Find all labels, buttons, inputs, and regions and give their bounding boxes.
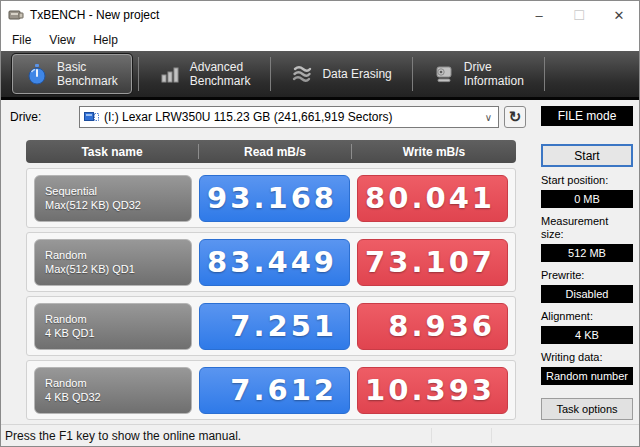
header-task-name: Task name <box>26 145 198 159</box>
table-header-row: Task name Read mB/s Write mB/s <box>26 140 516 163</box>
header-write-mbs: Write mB/s <box>352 145 516 159</box>
task-name-cell: Random 4 KB QD1 <box>34 303 192 350</box>
close-button[interactable]: ✕ <box>599 1 639 29</box>
measurement-size-value[interactable]: 512 MB <box>541 244 633 262</box>
title-bar: TxBENCH - New project – ☐ ✕ <box>1 1 639 29</box>
tab-label: Basic Benchmark <box>57 60 118 89</box>
read-value-cell: 93.168 <box>199 175 350 222</box>
read-value-cell: 7.251 <box>199 303 350 350</box>
table-row: Random Max(512 KB) QD1 83.449 73.107 <box>26 232 516 292</box>
writing-data-value[interactable]: Random number <box>541 367 633 385</box>
status-bar: Press the F1 key to show the online manu… <box>1 424 639 446</box>
chevron-down-icon: ∨ <box>485 112 492 123</box>
read-value-cell: 83.449 <box>199 239 350 286</box>
stopwatch-icon <box>26 63 48 85</box>
window-title: TxBENCH - New project <box>30 8 159 22</box>
table-row: Random 4 KB QD1 7.251 8.936 <box>26 296 516 356</box>
content-area: Drive: (I:) Lexar LRW350U 115.23 GB (241… <box>1 100 639 426</box>
tab-data-erasing[interactable]: Data Erasing <box>277 54 405 94</box>
menu-help[interactable]: Help <box>84 31 127 49</box>
removable-drive-icon <box>84 111 99 124</box>
read-value-cell: 7.612 <box>199 367 350 414</box>
alignment-label: Alignment: <box>541 310 633 323</box>
toolbar-separator <box>138 57 139 91</box>
writing-data-label: Writing data: <box>541 351 633 364</box>
write-value-cell: 8.936 <box>357 303 508 350</box>
tab-advanced-benchmark[interactable]: Advanced Benchmark <box>145 54 265 94</box>
task-options-button[interactable]: Task options <box>541 398 633 420</box>
menu-view[interactable]: View <box>40 31 84 49</box>
tab-basic-benchmark[interactable]: Basic Benchmark <box>12 54 132 94</box>
task-name-cell: Sequential Max(512 KB) QD32 <box>34 175 192 222</box>
minimize-button[interactable]: – <box>519 1 559 29</box>
app-icon <box>8 7 24 23</box>
status-message: Press the F1 key to show the online manu… <box>5 429 241 443</box>
measurement-size-label: Measurement size: <box>541 215 633 241</box>
drive-label: Drive: <box>10 110 41 124</box>
alignment-value[interactable]: 4 KB <box>541 326 633 344</box>
app-window: TxBENCH - New project – ☐ ✕ File View He… <box>0 0 640 447</box>
erase-waves-icon <box>291 63 313 85</box>
menu-file[interactable]: File <box>3 31 40 49</box>
settings-sidebar: FILE mode Start Start position: 0 MB Mea… <box>541 100 633 447</box>
start-button[interactable]: Start <box>541 144 633 167</box>
header-read-mbs: Read mB/s <box>199 145 351 159</box>
status-bar-divider <box>431 428 432 443</box>
start-position-value[interactable]: 0 MB <box>541 190 633 208</box>
refresh-icon: ↻ <box>509 108 522 126</box>
table-row: Sequential Max(512 KB) QD32 93.168 80.04… <box>26 168 516 228</box>
prewrite-value[interactable]: Disabled <box>541 285 633 303</box>
maximize-button[interactable]: ☐ <box>559 1 599 29</box>
toolbar: Basic Benchmark Advanced Benchmark Data … <box>1 51 639 100</box>
tab-drive-information[interactable]: Drive Information <box>419 54 538 94</box>
drive-select[interactable]: (I:) Lexar LRW350U 115.23 GB (241,661,91… <box>79 106 499 128</box>
tab-label: Data Erasing <box>322 67 391 81</box>
task-name-cell: Random Max(512 KB) QD1 <box>34 239 192 286</box>
toolbar-separator <box>270 57 271 91</box>
tab-label: Drive Information <box>464 60 524 89</box>
toolbar-separator <box>544 57 545 91</box>
drive-icon <box>433 63 455 85</box>
start-position-label: Start position: <box>541 174 633 187</box>
toolbar-separator <box>412 57 413 91</box>
write-value-cell: 80.041 <box>357 175 508 222</box>
file-mode-badge: FILE mode <box>541 106 633 126</box>
menu-bar: File View Help <box>1 29 639 51</box>
benchmark-table: Task name Read mB/s Write mB/s Sequentia… <box>26 140 516 420</box>
prewrite-label: Prewrite: <box>541 269 633 282</box>
refresh-drives-button[interactable]: ↻ <box>504 106 526 128</box>
write-value-cell: 10.393 <box>357 367 508 414</box>
table-row: Random 4 KB QD32 7.612 10.393 <box>26 360 516 420</box>
write-value-cell: 73.107 <box>357 239 508 286</box>
tab-label: Advanced Benchmark <box>190 60 251 89</box>
drive-selected-value: (I:) Lexar LRW350U 115.23 GB (241,661,91… <box>104 110 485 124</box>
bar-chart-icon <box>159 63 181 85</box>
status-bar-divider <box>491 428 492 443</box>
task-name-cell: Random 4 KB QD32 <box>34 367 192 414</box>
